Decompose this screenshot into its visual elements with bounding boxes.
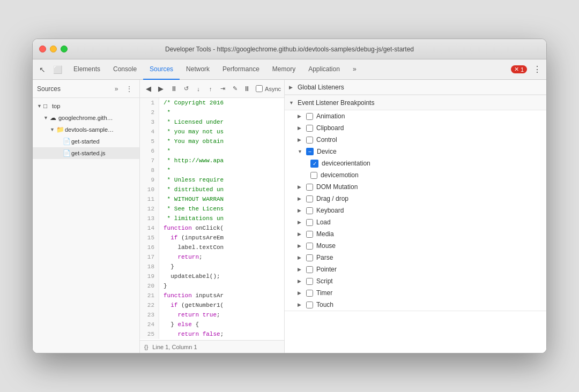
bp-device[interactable]: ▼ Device [285, 146, 546, 157]
main-content: Sources » ⋮ ▼ □ top ▼ ☁ googlechrome.git… [33, 80, 546, 353]
step-into-button[interactable]: ↓ [193, 82, 204, 96]
bp-timer-checkbox[interactable] [306, 290, 313, 297]
tree-item-file-js[interactable]: 📄 get-started.js [33, 147, 139, 159]
bp-script[interactable]: ▶ Script [285, 275, 546, 287]
step-button[interactable]: ⇥ [217, 82, 228, 96]
tree-label: googlechrome.gith… [58, 115, 113, 121]
bp-animation-checkbox[interactable] [306, 113, 313, 120]
bp-label: Animation [316, 112, 345, 120]
code-line-8: 8 * [140, 165, 284, 175]
tree-item-file-html[interactable]: 📄 get-started [33, 135, 139, 147]
code-line-22: 22 if (getNumber1( [140, 300, 284, 310]
tab-console[interactable]: Console [107, 59, 143, 80]
more-options-button[interactable]: ⋮ [530, 63, 544, 77]
bp-control-checkbox[interactable] [306, 137, 313, 144]
tree-item-domain[interactable]: ▼ ☁ googlechrome.gith… [33, 112, 139, 124]
bp-clipboard[interactable]: ▶ Clipboard [285, 122, 546, 134]
bp-devicemotion[interactable]: devicemotion [285, 169, 546, 181]
error-badge[interactable]: ✕ 1 [511, 65, 527, 73]
bp-devicemotion-checkbox[interactable] [310, 172, 317, 179]
bp-load[interactable]: ▶ Load [285, 216, 546, 228]
event-listener-section: ▼ Event Listener Breakpoints ▶ Animation… [285, 95, 546, 311]
tree-label: get-started [71, 138, 100, 145]
expand-arrow: ▶ [298, 243, 303, 248]
code-line-4: 4 * you may not us [140, 127, 284, 137]
nav-back-button[interactable]: ◀ [143, 82, 154, 96]
bp-script-checkbox[interactable] [306, 278, 313, 285]
panel-header-buttons: » ⋮ [110, 83, 135, 95]
bp-drag-drop-checkbox[interactable] [306, 195, 313, 202]
close-button[interactable] [39, 46, 46, 52]
bp-mouse[interactable]: ▶ Mouse [285, 240, 546, 252]
tab-network[interactable]: Network [180, 59, 216, 80]
tab-sources[interactable]: Sources [143, 59, 180, 80]
bp-parse[interactable]: ▶ Parse [285, 252, 546, 263]
tree-label: get-started.js [71, 150, 106, 156]
error-count: 1 [521, 66, 524, 73]
code-line-14: 14 function onClick( [140, 223, 284, 233]
async-checkbox[interactable] [256, 85, 263, 92]
folder-icon: □ [43, 102, 52, 110]
pause-button[interactable]: ⏸ [168, 82, 180, 96]
bp-label: Drag / drop [316, 195, 348, 202]
bp-deviceorientation-checkbox[interactable] [310, 160, 318, 168]
tree-item-top[interactable]: ▼ □ top [33, 100, 139, 112]
code-line-2: 2 * [140, 108, 284, 117]
tab-elements[interactable]: Elements [67, 59, 107, 80]
bp-deviceorientation[interactable]: deviceorientation [285, 157, 546, 169]
bp-clipboard-checkbox[interactable] [306, 125, 313, 132]
code-line-21: 21 function inputsAr [140, 291, 284, 300]
bp-parse-checkbox[interactable] [306, 254, 313, 261]
step-out-button[interactable]: ↑ [205, 82, 216, 96]
global-listeners-header[interactable]: ▶ Global Listeners [285, 80, 546, 95]
tree-arrow: ▼ [50, 127, 56, 132]
dock-button[interactable]: ⬜ [50, 63, 65, 77]
code-line-25: 25 return false; [140, 329, 284, 339]
add-source-button[interactable]: » [110, 83, 122, 95]
bp-keyboard[interactable]: ▶ Keyboard [285, 205, 546, 216]
bp-timer[interactable]: ▶ Timer [285, 287, 546, 299]
bp-list: ▶ Animation ▶ Clipboard ▶ [285, 110, 546, 311]
expand-arrow: ▶ [298, 114, 303, 119]
cursor-tool-button[interactable]: ↖ [35, 63, 50, 77]
bp-dom-mutation[interactable]: ▶ DOM Mutation [285, 181, 546, 193]
tab-more[interactable]: » [346, 59, 363, 80]
code-line-5: 5 * You may obtain [140, 137, 284, 146]
event-listener-header[interactable]: ▼ Event Listener Breakpoints [285, 95, 546, 110]
tab-memory[interactable]: Memory [266, 59, 302, 80]
code-line-13: 13 * limitations un [140, 214, 284, 223]
bp-touch[interactable]: ▶ Touch [285, 299, 546, 311]
deactivate-button[interactable]: ⏸ [241, 82, 253, 96]
step-over-button[interactable]: ↺ [181, 82, 192, 96]
bp-animation[interactable]: ▶ Animation [285, 110, 546, 122]
bp-drag-drop[interactable]: ▶ Drag / drop [285, 193, 546, 205]
async-label: Async [265, 86, 281, 92]
bp-mouse-checkbox[interactable] [306, 243, 313, 250]
tree-label: devtools-sample… [65, 126, 114, 133]
code-format-button[interactable]: {} [144, 344, 148, 350]
bp-control[interactable]: ▶ Control [285, 134, 546, 146]
bp-keyboard-checkbox[interactable] [306, 207, 313, 214]
bp-media-checkbox[interactable] [306, 231, 313, 238]
minimize-button[interactable] [50, 46, 57, 52]
bp-pointer[interactable]: ▶ Pointer [285, 263, 546, 275]
sources-panel: Sources » ⋮ ▼ □ top ▼ ☁ googlechrome.git… [33, 80, 140, 353]
maximize-button[interactable] [61, 46, 68, 52]
nav-forward-button[interactable]: ▶ [155, 82, 167, 96]
tab-performance[interactable]: Performance [216, 59, 266, 80]
code-position: Line 1, Column 1 [152, 344, 197, 350]
bp-label: Timer [316, 289, 332, 297]
tab-application[interactable]: Application [302, 59, 346, 80]
bp-device-minus [306, 148, 314, 155]
code-line-10: 10 * distributed un [140, 185, 284, 194]
bp-touch-checkbox[interactable] [306, 301, 313, 308]
bp-pointer-checkbox[interactable] [306, 266, 313, 273]
tab-controls: ↖ ⬜ [35, 63, 65, 77]
more-sources-button[interactable]: ⋮ [123, 83, 135, 95]
breakpoints-button[interactable]: ✎ [229, 82, 241, 96]
bp-load-checkbox[interactable] [306, 219, 313, 226]
tree-item-folder[interactable]: ▼ 📁 devtools-sample… [33, 124, 139, 135]
bp-dom-mutation-checkbox[interactable] [306, 184, 313, 191]
code-area[interactable]: 1 /* Copyright 2016 2 * 3 * Licensed und… [140, 98, 284, 340]
bp-media[interactable]: ▶ Media [285, 228, 546, 240]
